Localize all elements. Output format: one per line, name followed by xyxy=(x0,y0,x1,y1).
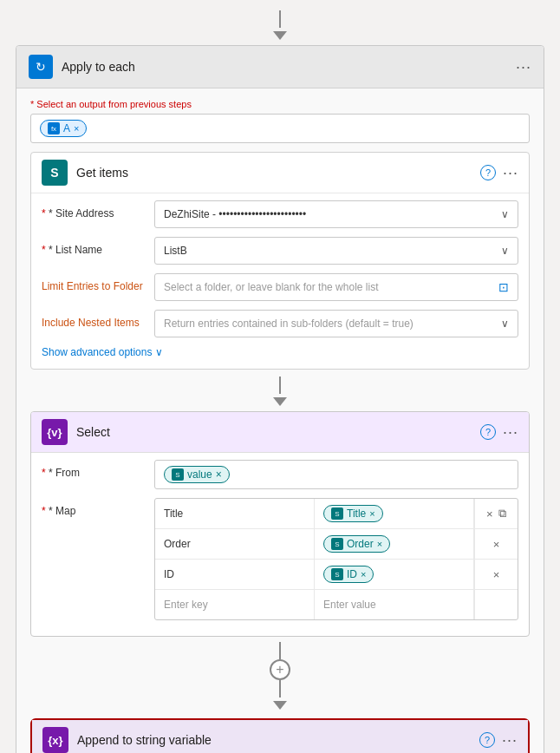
nested-items-dropdown[interactable]: Return entries contained in sub-folders … xyxy=(154,310,518,337)
list-name-row: * * List Name ListB ∨ xyxy=(42,237,518,265)
site-address-row: * * Site Address DeZhiSite - •••••••••••… xyxy=(42,200,518,228)
title-token-icon: S xyxy=(331,507,343,520)
get-items-card: S Get items ? ··· * * Site Address DeZhi xyxy=(30,152,530,370)
apply-each-title: Apply to each xyxy=(62,60,516,74)
get-items-icon: S xyxy=(42,160,68,186)
id-token-close[interactable]: × xyxy=(361,569,366,579)
limit-entries-input[interactable]: Select a folder, or leave blank for the … xyxy=(154,273,518,301)
map-key-enter[interactable]: Enter key xyxy=(155,590,315,619)
get-items-body: * * Site Address DeZhiSite - •••••••••••… xyxy=(31,193,529,369)
limit-entries-label: Limit Entries to Folder xyxy=(42,273,146,292)
list-name-label: * * List Name xyxy=(42,237,146,256)
table-row: ID S ID × × xyxy=(155,560,518,590)
folder-icon: ⊡ xyxy=(498,280,509,294)
value-token-icon: S xyxy=(172,468,184,481)
select-output-field[interactable]: fx A × xyxy=(30,114,530,143)
get-items-title: Get items xyxy=(76,166,480,180)
map-value-id[interactable]: S ID × xyxy=(315,560,474,589)
enter-key-placeholder: Enter key xyxy=(164,599,208,611)
nested-chevron: ∨ xyxy=(501,318,509,330)
append-card-icon: {x} xyxy=(42,727,68,753)
get-items-to-select-connector xyxy=(30,376,530,409)
order-token-icon: S xyxy=(331,538,343,550)
id-token-icon: S xyxy=(331,568,343,580)
nested-items-row: Include Nested Items Return entries cont… xyxy=(42,310,518,337)
order-token-label: Order xyxy=(347,538,374,550)
select-help-button[interactable]: ? xyxy=(480,424,496,440)
select-card-header: {v} Select ? ··· xyxy=(31,412,529,453)
map-row4-actions xyxy=(474,590,518,619)
select-card-icon: {v} xyxy=(42,419,68,445)
site-address-control: DeZhiSite - •••••••••••••••••••••••• ∨ xyxy=(154,200,518,228)
list-name-dropdown[interactable]: ListB ∨ xyxy=(154,237,518,265)
from-field[interactable]: S value × xyxy=(154,460,518,489)
get-items-help-button[interactable]: ? xyxy=(480,165,496,180)
title-token: S Title × xyxy=(323,505,383,522)
select-card-title: Select xyxy=(76,425,480,439)
limit-entries-control: Select a folder, or leave blank for the … xyxy=(154,273,518,301)
append-question: ? xyxy=(485,735,490,745)
map-label: * * Map xyxy=(42,498,146,517)
limit-entries-row: Limit Entries to Folder Select a folder,… xyxy=(42,273,518,301)
append-more-button[interactable]: ··· xyxy=(502,731,518,750)
append-card: {x} Append to string variable ? ··· * * … xyxy=(30,718,530,753)
append-card-title: Append to string variable xyxy=(77,733,479,747)
map-key-title: Title xyxy=(155,499,315,528)
map-value-title[interactable]: S Title × xyxy=(315,499,474,528)
advanced-chevron: ∨ xyxy=(155,346,163,358)
from-row: * * From S value × xyxy=(42,460,518,489)
select-card-body: * * From S value × xyxy=(31,453,529,636)
question-mark: ? xyxy=(485,167,491,178)
append-help-button[interactable]: ? xyxy=(479,732,495,748)
enter-value-placeholder: Enter value xyxy=(323,599,376,611)
select-to-append-connector: + xyxy=(30,642,530,713)
value-token-close[interactable]: × xyxy=(216,468,222,481)
site-address-dropdown[interactable]: DeZhiSite - •••••••••••••••••••••••• ∨ xyxy=(154,200,518,228)
site-address-req: * xyxy=(42,207,46,219)
limit-placeholder: Select a folder, or leave blank for the … xyxy=(164,281,378,293)
get-items-more-button[interactable]: ··· xyxy=(503,164,518,182)
id-token: S ID × xyxy=(323,566,374,583)
map-key-order: Order xyxy=(155,529,315,559)
nested-items-control: Return entries contained in sub-folders … xyxy=(154,310,518,337)
order-token: S Order × xyxy=(323,535,390,553)
add-step-button[interactable]: + xyxy=(270,659,290,680)
map-value-order[interactable]: S Order × xyxy=(315,529,474,559)
append-card-header: {x} Append to string variable ? ··· xyxy=(32,720,528,753)
map-table: Title S Title × xyxy=(154,498,518,620)
value-token-label: value xyxy=(187,468,212,481)
list-name-value: ListB xyxy=(164,245,187,257)
list-name-control: ListB ∨ xyxy=(154,237,518,265)
a-token-close[interactable]: × xyxy=(74,123,79,134)
show-advanced-options[interactable]: Show advanced options ∨ xyxy=(42,346,518,358)
map-row: * * Map Title S xyxy=(42,498,518,620)
title-token-close[interactable]: × xyxy=(369,508,374,519)
map-value-enter[interactable]: Enter value xyxy=(315,590,474,619)
apply-each-more-button[interactable]: ··· xyxy=(516,58,531,76)
row2-delete-button[interactable]: × xyxy=(493,538,500,551)
table-row: Order S Order × xyxy=(155,529,518,560)
select-card: {v} Select ? ··· * * From S xyxy=(30,411,530,637)
map-row2-actions: × xyxy=(474,529,518,559)
row1-copy-button[interactable]: ⧉ xyxy=(498,507,506,521)
row1-delete-button[interactable]: × xyxy=(486,507,493,521)
site-address-value: DeZhiSite - •••••••••••••••••••••••• xyxy=(164,208,306,220)
from-label: * * From xyxy=(42,460,146,479)
map-row-actions: × ⧉ xyxy=(474,499,518,528)
site-address-chevron: ∨ xyxy=(501,208,509,220)
from-control: S value × xyxy=(154,460,518,489)
apply-each-container: ↻ Apply to each ··· * Select an output f… xyxy=(16,45,544,753)
show-advanced-label: Show advanced options xyxy=(42,346,152,358)
apply-each-header: ↻ Apply to each ··· xyxy=(16,46,544,88)
order-token-close[interactable]: × xyxy=(377,539,382,549)
table-row: Title S Title × xyxy=(155,499,518,529)
map-row3-actions: × xyxy=(474,560,518,589)
select-more-button[interactable]: ··· xyxy=(503,423,518,442)
title-token-label: Title xyxy=(347,507,366,520)
value-token: S value × xyxy=(164,466,230,483)
nested-placeholder: Return entries contained in sub-folders … xyxy=(164,318,413,330)
site-address-label: * * Site Address xyxy=(42,200,146,219)
apply-each-body: * Select an output from previous steps f… xyxy=(16,88,544,753)
a-token-icon: fx xyxy=(48,122,60,134)
row3-delete-button[interactable]: × xyxy=(493,568,500,581)
